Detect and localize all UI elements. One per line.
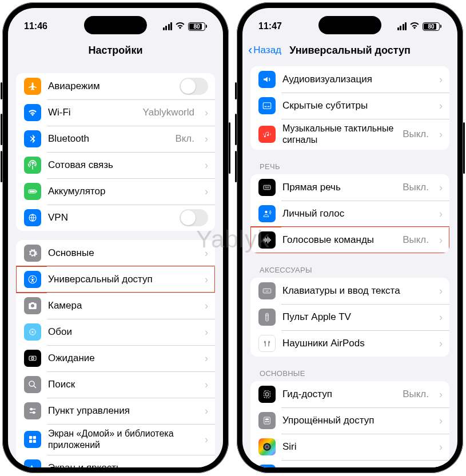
chevron-right-icon: ›: [205, 107, 208, 119]
row-music-haptics[interactable]: Музыкальные тактильные сигналы Выкл. ›: [250, 119, 449, 150]
row-label: Аудиовизуализация: [282, 73, 429, 85]
svg-rect-16: [33, 440, 36, 443]
svg-point-11: [30, 409, 32, 410]
screen-right: 11:47 80 ‹Назад Универсальный доступ: [242, 8, 457, 467]
search-icon: [24, 376, 41, 393]
row-label: Универсальный доступ: [48, 273, 194, 285]
row-wifi[interactable]: Wi-Fi Yablykworld ›: [16, 99, 215, 126]
group-general: Основные › Универсальный доступ › Камера…: [16, 240, 215, 467]
row-siri-acc[interactable]: Siri ›: [250, 434, 449, 460]
row-general[interactable]: Основные ›: [16, 240, 215, 266]
row-vpn[interactable]: VPN: [16, 205, 215, 231]
camera-icon: [24, 297, 41, 314]
row-label: Музыкальные тактильные сигналы: [282, 123, 396, 146]
row-keyboards[interactable]: Клавиатуры и ввод текста ›: [250, 278, 449, 304]
chevron-right-icon: ›: [205, 247, 208, 259]
dual-phone-stage: 11:46 80 Настройки Авиарежим: [0, 0, 466, 475]
row-airplane[interactable]: Авиарежим: [16, 73, 215, 99]
chevron-right-icon: ›: [439, 208, 443, 220]
waveform-icon: [258, 231, 276, 249]
antenna-icon: [24, 157, 41, 174]
svg-point-7: [32, 331, 34, 333]
settings-list[interactable]: Авиарежим Wi-Fi Yablykworld › Bluetooth …: [8, 62, 223, 467]
keyboard-speech-icon: [258, 179, 276, 196]
row-standby[interactable]: Ожидание ›: [16, 345, 215, 371]
row-home-screen[interactable]: Экран «Домой» и библиотека приложений ›: [16, 424, 215, 455]
row-apple-tv-remote[interactable]: Пульт Apple TV ›: [250, 304, 449, 330]
gear-icon: [24, 245, 41, 262]
wifi-icon: [24, 104, 41, 121]
svg-point-12: [33, 412, 35, 414]
row-airpods[interactable]: Наушники AirPods ›: [250, 330, 449, 357]
phone-left: 11:46 80 Настройки Авиарежим: [2, 2, 229, 473]
chevron-right-icon: ›: [439, 100, 443, 112]
svg-rect-1: [30, 191, 35, 193]
row-battery[interactable]: Аккумулятор ›: [16, 178, 215, 205]
row-voice-commands[interactable]: Голосовые команды Выкл. ›: [250, 227, 449, 253]
row-subtitles[interactable]: Скрытые субтитры ›: [250, 93, 449, 119]
row-audio-visualization[interactable]: Аудиовизуализация ›: [250, 66, 449, 93]
row-display[interactable]: Экран и яркость ›: [16, 455, 215, 467]
svg-point-36: [263, 443, 271, 451]
status-time: 11:46: [24, 21, 47, 31]
accessibility-icon: [258, 465, 276, 467]
row-bluetooth[interactable]: Bluetooth Вкл. ›: [16, 126, 215, 152]
accessibility-list[interactable]: Аудиовизуализация › Скрытые субтитры › М…: [242, 62, 457, 467]
row-label: Гид-доступ: [282, 388, 396, 400]
chevron-left-icon: ‹: [248, 44, 252, 57]
chevron-right-icon: ›: [439, 338, 443, 350]
row-camera[interactable]: Камера ›: [16, 293, 215, 319]
battery-icon: 80: [188, 22, 207, 31]
row-cellular[interactable]: Сотовая связь ›: [16, 152, 215, 178]
chevron-right-icon: ›: [205, 405, 208, 417]
dynamic-island: [84, 16, 147, 34]
phone-right: 11:47 80 ‹Назад Универсальный доступ: [237, 2, 463, 473]
row-label: Личный голос: [282, 207, 429, 219]
standby-icon: [24, 350, 41, 367]
row-label: Bluetooth: [48, 133, 168, 145]
svg-point-27: [266, 315, 268, 317]
siri-icon: [258, 438, 276, 455]
row-value: Выкл.: [403, 234, 429, 246]
grid-icon: [24, 431, 41, 448]
row-value: Выкл.: [403, 129, 429, 140]
row-label: Wi-Fi: [48, 106, 136, 118]
vpn-toggle[interactable]: [180, 209, 208, 226]
screen-left: 11:46 80 Настройки Авиарежим: [8, 8, 223, 467]
svg-rect-2: [36, 191, 37, 193]
back-button[interactable]: ‹Назад: [248, 44, 281, 57]
row-guided-access[interactable]: Гид-доступ Выкл. ›: [250, 381, 449, 407]
row-accessibility[interactable]: Универсальный доступ ›: [16, 266, 215, 293]
group-accessories: Клавиатуры и ввод текста › Пульт Apple T…: [250, 278, 449, 357]
chevron-right-icon: ›: [439, 415, 443, 427]
row-label: VPN: [48, 211, 173, 223]
airpods-icon: [258, 335, 276, 352]
wifi-icon: [175, 21, 185, 31]
page-title: Настройки: [89, 45, 143, 57]
chevron-right-icon: ›: [439, 234, 443, 246]
row-shortcut[interactable]: Быстрая команда Лупа ›: [250, 460, 449, 467]
svg-rect-22: [268, 106, 270, 107]
svg-rect-32: [264, 417, 270, 424]
row-value: Выкл.: [403, 182, 429, 193]
vpn-icon: [24, 209, 41, 226]
row-live-speech[interactable]: Прямая речь Выкл. ›: [250, 174, 449, 201]
svg-rect-21: [265, 106, 267, 107]
navbar: ‹Назад Универсальный доступ: [242, 39, 457, 62]
chevron-right-icon: ›: [205, 353, 208, 365]
row-personal-voice[interactable]: Личный голос ›: [250, 201, 449, 227]
section-header-accessories: АКСЕССУАРЫ: [260, 266, 449, 274]
status-time: 11:47: [258, 21, 282, 31]
battery-icon: [24, 183, 41, 200]
svg-rect-33: [265, 418, 269, 420]
row-control-center[interactable]: Пункт управления ›: [16, 398, 215, 424]
row-assistive-access[interactable]: Упрощённый доступ ›: [250, 407, 449, 434]
assistive-access-icon: [258, 412, 276, 429]
row-search[interactable]: Поиск ›: [16, 371, 215, 398]
svg-point-5: [32, 277, 34, 278]
row-wallpaper[interactable]: Обои ›: [16, 319, 215, 345]
svg-point-10: [29, 381, 34, 386]
music-haptic-icon: [258, 126, 276, 143]
row-label: Siri: [282, 441, 429, 453]
airplane-toggle[interactable]: [180, 78, 208, 95]
